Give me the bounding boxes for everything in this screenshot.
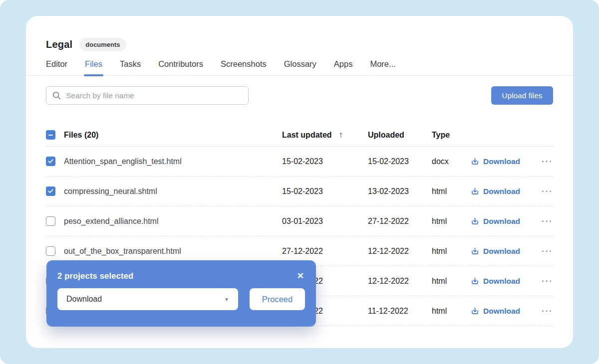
tab-more[interactable]: More... <box>370 59 395 75</box>
tab-contributors[interactable]: Contributors <box>158 59 203 75</box>
proceed-button[interactable]: Proceed <box>250 288 305 310</box>
table-header-row: Files (20) Last updated ↑ Uploaded Type <box>46 124 553 147</box>
search-box[interactable] <box>46 86 249 105</box>
row-menu-button[interactable]: ··· <box>542 159 553 164</box>
tab-glossary[interactable]: Glossary <box>284 59 316 75</box>
file-type: html <box>432 307 471 316</box>
last-updated-date: 27-12-2022 <box>282 247 368 256</box>
download-icon <box>471 247 479 255</box>
download-link[interactable]: Download <box>471 187 542 196</box>
tab-tasks[interactable]: Tasks <box>120 59 141 75</box>
tab-editor[interactable]: Editor <box>46 59 67 75</box>
uploaded-date: 12-12-2022 <box>368 277 432 286</box>
last-updated-date: 15-02-2023 <box>282 157 368 166</box>
file-type: html <box>432 187 471 196</box>
download-link[interactable]: Download <box>471 247 542 256</box>
last-updated-date: 03-01-2023 <box>282 217 368 226</box>
download-icon <box>471 157 479 166</box>
row-menu-button[interactable]: ··· <box>542 219 553 224</box>
file-name: peso_extend_alliance.html <box>64 217 282 226</box>
file-name: Attention_span_english_test.html <box>64 157 282 166</box>
file-type: docx <box>432 157 471 166</box>
download-icon <box>471 307 479 315</box>
close-icon[interactable]: ✕ <box>297 272 304 280</box>
files-column-header: Files (20) <box>64 131 282 140</box>
row-menu-button[interactable]: ··· <box>542 249 553 254</box>
download-icon <box>471 277 479 285</box>
selection-count-label: 2 projects selected <box>57 271 133 281</box>
uploaded-date: 27-12-2022 <box>368 217 432 226</box>
file-name: compressing_neural.shtml <box>64 187 282 196</box>
uploaded-date: 11-12-2022 <box>368 307 432 316</box>
tab-files[interactable]: Files <box>85 59 102 75</box>
select-all-checkbox[interactable] <box>46 130 55 140</box>
row-menu-button[interactable]: ··· <box>542 279 553 284</box>
row-checkbox[interactable] <box>46 157 55 166</box>
tab-bar: Editor Files Tasks Contributors Screensh… <box>26 59 573 76</box>
search-input[interactable] <box>66 91 242 100</box>
type-column-header: Type <box>432 131 471 140</box>
uploaded-date: 15-02-2023 <box>368 157 432 166</box>
table-row: peso_extend_alliance.html 03-01-2023 27-… <box>46 206 553 236</box>
upload-files-button[interactable]: Upload files <box>491 86 553 105</box>
search-icon <box>52 91 61 100</box>
row-checkbox[interactable] <box>46 246 55 256</box>
last-updated-column-header: Last updated <box>282 131 332 140</box>
app-background: Legal documents Editor Files Tasks Contr… <box>0 0 599 364</box>
download-link[interactable]: Download <box>471 157 542 166</box>
page-header: Legal documents <box>46 16 553 51</box>
download-link[interactable]: Download <box>471 217 542 226</box>
documents-badge: documents <box>79 38 126 51</box>
file-type: html <box>432 277 471 286</box>
tab-screenshots[interactable]: Screenshots <box>221 59 267 75</box>
download-icon <box>471 187 479 195</box>
selection-popup: 2 projects selected ✕ Download ▼ Proceed <box>46 260 316 327</box>
table-row: compressing_neural.shtml 15-02-2023 13-0… <box>46 177 553 206</box>
download-link[interactable]: Download <box>471 277 542 286</box>
uploaded-date: 13-02-2023 <box>368 187 432 196</box>
uploaded-date: 12-12-2022 <box>368 247 432 256</box>
download-icon <box>471 217 479 225</box>
sort-ascending-icon[interactable]: ↑ <box>339 130 343 140</box>
page-title: Legal <box>46 39 72 50</box>
file-type: html <box>432 247 471 256</box>
uploaded-column-header: Uploaded <box>368 131 432 140</box>
last-updated-date: 15-02-2023 <box>282 187 368 196</box>
row-checkbox[interactable] <box>46 186 55 196</box>
chevron-down-icon: ▼ <box>224 297 229 302</box>
row-menu-button[interactable]: ··· <box>542 309 553 314</box>
tab-apps[interactable]: Apps <box>334 59 353 75</box>
row-menu-button[interactable]: ··· <box>542 189 553 194</box>
table-row: Attention_span_english_test.html 15-02-2… <box>46 147 553 177</box>
file-type: html <box>432 217 471 226</box>
download-link[interactable]: Download <box>471 307 542 316</box>
file-name: out_of_the_box_transparent.html <box>64 247 282 256</box>
bulk-action-selected-value: Download <box>66 295 102 304</box>
row-checkbox[interactable] <box>46 216 55 226</box>
toolbar: Upload files <box>46 86 553 105</box>
bulk-action-dropdown[interactable]: Download ▼ <box>57 288 238 310</box>
